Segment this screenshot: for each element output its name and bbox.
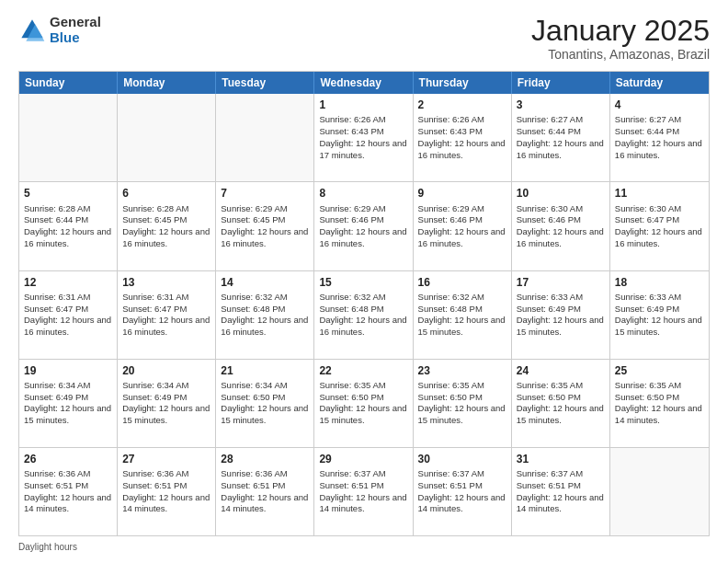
daylight-text: Daylight: 12 hours and 16 minutes. <box>319 226 406 248</box>
calendar-week-3: 12Sunrise: 6:31 AMSunset: 6:47 PMDayligh… <box>19 271 709 360</box>
day-number: 10 <box>517 186 605 201</box>
page: General Blue January 2025 Tonantins, Ama… <box>0 0 728 563</box>
sunset-text: Sunset: 6:47 PM <box>24 304 88 314</box>
daylight-text: Daylight: 12 hours and 14 minutes. <box>221 492 308 514</box>
daylight-text: Daylight: 12 hours and 14 minutes. <box>517 492 604 514</box>
day-number: 28 <box>221 452 309 466</box>
calendar-day-16: 16Sunrise: 6:32 AMSunset: 6:48 PMDayligh… <box>414 271 512 359</box>
calendar-day-1: 1Sunrise: 6:26 AMSunset: 6:43 PMDaylight… <box>314 94 413 181</box>
calendar-day-29: 29Sunrise: 6:37 AMSunset: 6:51 PMDayligh… <box>314 448 413 535</box>
daylight-text: Daylight: 12 hours and 15 minutes. <box>615 315 702 337</box>
sunrise-text: Sunrise: 6:34 AM <box>24 380 90 390</box>
calendar-day-27: 27Sunrise: 6:36 AMSunset: 6:51 PMDayligh… <box>118 448 216 535</box>
calendar-day-19: 19Sunrise: 6:34 AMSunset: 6:49 PMDayligh… <box>19 360 118 447</box>
calendar-day-4: 4Sunrise: 6:27 AMSunset: 6:44 PMDaylight… <box>610 94 709 181</box>
daylight-text: Daylight: 12 hours and 17 minutes. <box>319 138 406 160</box>
daylight-text: Daylight: 12 hours and 14 minutes. <box>615 403 702 425</box>
sunrise-text: Sunrise: 6:27 AM <box>517 114 583 124</box>
calendar-day-12: 12Sunrise: 6:31 AMSunset: 6:47 PMDayligh… <box>19 271 118 359</box>
day-number: 6 <box>122 186 210 201</box>
cal-header-thursday: Thursday <box>414 72 512 94</box>
sunset-text: Sunset: 6:46 PM <box>517 214 581 224</box>
cal-header-monday: Monday <box>118 72 216 94</box>
cal-header-saturday: Saturday <box>610 72 709 94</box>
day-number: 16 <box>418 275 506 290</box>
sunrise-text: Sunrise: 6:26 AM <box>319 114 385 124</box>
sunset-text: Sunset: 6:51 PM <box>122 480 187 490</box>
daylight-text: Daylight: 12 hours and 16 minutes. <box>517 226 604 248</box>
sunset-text: Sunset: 6:51 PM <box>319 480 383 490</box>
logo: General Blue <box>18 15 101 45</box>
daylight-text: Daylight: 12 hours and 15 minutes. <box>221 403 308 425</box>
sunset-text: Sunset: 6:51 PM <box>24 480 88 490</box>
calendar-day-empty <box>216 94 314 181</box>
daylight-text: Daylight: 12 hours and 16 minutes. <box>122 226 210 248</box>
calendar-day-17: 17Sunrise: 6:33 AMSunset: 6:49 PMDayligh… <box>512 271 610 359</box>
sunrise-text: Sunrise: 6:35 AM <box>517 380 583 390</box>
sunrise-text: Sunrise: 6:29 AM <box>418 203 484 213</box>
sunrise-text: Sunrise: 6:35 AM <box>418 380 484 390</box>
daylight-text: Daylight: 12 hours and 15 minutes. <box>319 403 406 425</box>
daylight-text: Daylight: 12 hours and 15 minutes. <box>418 403 506 425</box>
daylight-text: Daylight: 12 hours and 14 minutes. <box>122 492 210 514</box>
sunrise-text: Sunrise: 6:36 AM <box>221 468 287 478</box>
day-number: 29 <box>319 452 407 466</box>
sunset-text: Sunset: 6:50 PM <box>615 392 679 402</box>
daylight-label: Daylight hours <box>18 542 77 552</box>
calendar-day-empty <box>19 94 118 181</box>
sunrise-text: Sunrise: 6:31 AM <box>122 292 188 302</box>
calendar-day-23: 23Sunrise: 6:35 AMSunset: 6:50 PMDayligh… <box>414 360 512 447</box>
daylight-text: Daylight: 12 hours and 15 minutes. <box>517 403 604 425</box>
sunrise-text: Sunrise: 6:33 AM <box>517 292 583 302</box>
day-number: 13 <box>122 275 210 290</box>
daylight-text: Daylight: 12 hours and 16 minutes. <box>418 138 506 160</box>
logo-icon <box>18 17 46 44</box>
sunset-text: Sunset: 6:46 PM <box>418 214 483 224</box>
calendar-day-30: 30Sunrise: 6:37 AMSunset: 6:51 PMDayligh… <box>414 448 512 535</box>
calendar-day-9: 9Sunrise: 6:29 AMSunset: 6:46 PMDaylight… <box>414 182 512 270</box>
day-number: 8 <box>319 186 407 201</box>
sunrise-text: Sunrise: 6:37 AM <box>418 468 484 478</box>
sunset-text: Sunset: 6:46 PM <box>319 214 383 224</box>
calendar-day-21: 21Sunrise: 6:34 AMSunset: 6:50 PMDayligh… <box>216 360 314 447</box>
daylight-text: Daylight: 12 hours and 15 minutes. <box>24 403 111 425</box>
calendar-day-24: 24Sunrise: 6:35 AMSunset: 6:50 PMDayligh… <box>512 360 610 447</box>
daylight-text: Daylight: 12 hours and 15 minutes. <box>122 403 210 425</box>
day-number: 25 <box>615 363 704 378</box>
daylight-text: Daylight: 12 hours and 16 minutes. <box>24 315 111 337</box>
day-number: 11 <box>615 186 704 201</box>
logo-general: General <box>50 15 101 30</box>
sunrise-text: Sunrise: 6:32 AM <box>418 292 484 302</box>
daylight-text: Daylight: 12 hours and 16 minutes. <box>122 315 210 337</box>
footer: Daylight hours <box>18 542 710 552</box>
daylight-text: Daylight: 12 hours and 14 minutes. <box>418 492 506 514</box>
calendar-day-3: 3Sunrise: 6:27 AMSunset: 6:44 PMDaylight… <box>512 94 610 181</box>
calendar-day-15: 15Sunrise: 6:32 AMSunset: 6:48 PMDayligh… <box>314 271 413 359</box>
day-number: 31 <box>517 452 605 466</box>
daylight-text: Daylight: 12 hours and 15 minutes. <box>517 315 604 337</box>
sunrise-text: Sunrise: 6:32 AM <box>221 292 287 302</box>
day-number: 17 <box>517 275 605 290</box>
sunset-text: Sunset: 6:48 PM <box>418 304 483 314</box>
daylight-text: Daylight: 12 hours and 16 minutes. <box>615 138 702 160</box>
sunset-text: Sunset: 6:49 PM <box>122 392 187 402</box>
sunrise-text: Sunrise: 6:29 AM <box>221 203 287 213</box>
month-title: January 2025 <box>531 15 710 47</box>
daylight-text: Daylight: 12 hours and 16 minutes. <box>319 315 406 337</box>
calendar-day-18: 18Sunrise: 6:33 AMSunset: 6:49 PMDayligh… <box>610 271 709 359</box>
day-number: 9 <box>418 186 506 201</box>
sunrise-text: Sunrise: 6:27 AM <box>615 114 681 124</box>
daylight-text: Daylight: 12 hours and 16 minutes. <box>221 226 308 248</box>
sunset-text: Sunset: 6:50 PM <box>319 392 383 402</box>
sunset-text: Sunset: 6:43 PM <box>418 126 483 136</box>
calendar-week-1: 1Sunrise: 6:26 AMSunset: 6:43 PMDaylight… <box>19 94 709 182</box>
calendar-body: 1Sunrise: 6:26 AMSunset: 6:43 PMDaylight… <box>19 94 709 535</box>
day-number: 26 <box>24 452 112 466</box>
sunrise-text: Sunrise: 6:28 AM <box>24 203 90 213</box>
calendar-day-10: 10Sunrise: 6:30 AMSunset: 6:46 PMDayligh… <box>512 182 610 270</box>
calendar-day-28: 28Sunrise: 6:36 AMSunset: 6:51 PMDayligh… <box>216 448 314 535</box>
sunrise-text: Sunrise: 6:33 AM <box>615 292 681 302</box>
sunset-text: Sunset: 6:51 PM <box>517 480 581 490</box>
calendar-day-2: 2Sunrise: 6:26 AMSunset: 6:43 PMDaylight… <box>414 94 512 181</box>
calendar-day-5: 5Sunrise: 6:28 AMSunset: 6:44 PMDaylight… <box>19 182 118 270</box>
